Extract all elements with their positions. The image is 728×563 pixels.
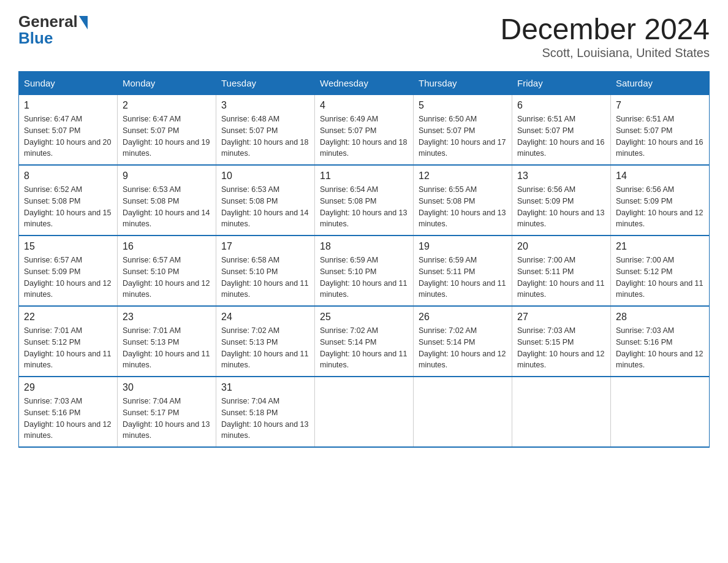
calendar-cell [315, 377, 414, 447]
calendar-cell: 14Sunrise: 6:56 AMSunset: 5:09 PMDayligh… [611, 165, 710, 236]
header-monday: Monday [118, 72, 216, 95]
calendar-cell: 17Sunrise: 6:58 AMSunset: 5:10 PMDayligh… [216, 236, 315, 306]
calendar-cell: 22Sunrise: 7:01 AMSunset: 5:12 PMDayligh… [19, 306, 118, 377]
day-number: 2 [123, 100, 211, 111]
calendar-header-row: SundayMondayTuesdayWednesdayThursdayFrid… [19, 72, 710, 95]
calendar-cell: 25Sunrise: 7:02 AMSunset: 5:14 PMDayligh… [315, 306, 414, 377]
day-number: 7 [616, 100, 704, 111]
day-number: 13 [517, 170, 605, 182]
calendar-cell: 15Sunrise: 6:57 AMSunset: 5:09 PMDayligh… [19, 236, 118, 306]
day-info: Sunrise: 7:04 AMSunset: 5:17 PMDaylight:… [123, 396, 211, 442]
header-saturday: Saturday [611, 72, 710, 95]
calendar-cell [611, 377, 710, 447]
calendar-cell: 26Sunrise: 7:02 AMSunset: 5:14 PMDayligh… [414, 306, 512, 377]
calendar-cell: 11Sunrise: 6:54 AMSunset: 5:08 PMDayligh… [315, 165, 414, 236]
calendar-cell: 24Sunrise: 7:02 AMSunset: 5:13 PMDayligh… [216, 306, 315, 377]
day-info: Sunrise: 7:01 AMSunset: 5:12 PMDaylight:… [24, 325, 112, 371]
header-friday: Friday [512, 72, 611, 95]
day-info: Sunrise: 7:02 AMSunset: 5:13 PMDaylight:… [221, 325, 309, 371]
header-sunday: Sunday [19, 72, 118, 95]
day-info: Sunrise: 6:47 AMSunset: 5:07 PMDaylight:… [123, 113, 211, 159]
calendar-cell: 21Sunrise: 7:00 AMSunset: 5:12 PMDayligh… [611, 236, 710, 306]
calendar-cell: 29Sunrise: 7:03 AMSunset: 5:16 PMDayligh… [19, 377, 118, 447]
day-info: Sunrise: 6:51 AMSunset: 5:07 PMDaylight:… [517, 113, 605, 159]
day-number: 17 [221, 241, 309, 252]
calendar-cell: 28Sunrise: 7:03 AMSunset: 5:16 PMDayligh… [611, 306, 710, 377]
header-wednesday: Wednesday [315, 72, 414, 95]
calendar-cell: 2Sunrise: 6:47 AMSunset: 5:07 PMDaylight… [118, 95, 216, 166]
day-info: Sunrise: 6:49 AMSunset: 5:07 PMDaylight:… [320, 113, 408, 159]
day-number: 30 [123, 382, 211, 393]
day-info: Sunrise: 6:58 AMSunset: 5:10 PMDaylight:… [221, 255, 309, 301]
calendar-cell: 9Sunrise: 6:53 AMSunset: 5:08 PMDaylight… [118, 165, 216, 236]
day-info: Sunrise: 6:52 AMSunset: 5:08 PMDaylight:… [24, 184, 112, 230]
day-number: 15 [24, 241, 112, 252]
day-info: Sunrise: 6:55 AMSunset: 5:08 PMDaylight:… [419, 184, 507, 230]
day-info: Sunrise: 6:59 AMSunset: 5:10 PMDaylight:… [320, 255, 408, 301]
day-number: 4 [320, 100, 408, 111]
day-number: 24 [221, 312, 309, 323]
day-info: Sunrise: 7:03 AMSunset: 5:16 PMDaylight:… [616, 325, 704, 371]
calendar-cell: 23Sunrise: 7:01 AMSunset: 5:13 PMDayligh… [118, 306, 216, 377]
calendar-cell: 16Sunrise: 6:57 AMSunset: 5:10 PMDayligh… [118, 236, 216, 306]
day-number: 18 [320, 241, 408, 252]
calendar-cell: 31Sunrise: 7:04 AMSunset: 5:18 PMDayligh… [216, 377, 315, 447]
day-info: Sunrise: 6:57 AMSunset: 5:10 PMDaylight:… [123, 255, 211, 301]
day-info: Sunrise: 7:03 AMSunset: 5:16 PMDaylight:… [24, 396, 112, 442]
logo: General Blue [18, 12, 88, 48]
day-info: Sunrise: 6:54 AMSunset: 5:08 PMDaylight:… [320, 184, 408, 230]
calendar-cell: 1Sunrise: 6:47 AMSunset: 5:07 PMDaylight… [19, 95, 118, 166]
day-number: 16 [123, 241, 211, 252]
day-info: Sunrise: 6:53 AMSunset: 5:08 PMDaylight:… [123, 184, 211, 230]
day-number: 6 [517, 100, 605, 111]
day-number: 12 [419, 170, 507, 182]
day-info: Sunrise: 6:53 AMSunset: 5:08 PMDaylight:… [221, 184, 309, 230]
calendar-cell: 30Sunrise: 7:04 AMSunset: 5:17 PMDayligh… [118, 377, 216, 447]
calendar-cell [414, 377, 512, 447]
week-row-4: 22Sunrise: 7:01 AMSunset: 5:12 PMDayligh… [19, 306, 710, 377]
day-number: 31 [221, 382, 309, 393]
header-thursday: Thursday [414, 72, 512, 95]
calendar-cell: 12Sunrise: 6:55 AMSunset: 5:08 PMDayligh… [414, 165, 512, 236]
day-info: Sunrise: 7:04 AMSunset: 5:18 PMDaylight:… [221, 396, 309, 442]
day-number: 5 [419, 100, 507, 111]
calendar-cell: 6Sunrise: 6:51 AMSunset: 5:07 PMDaylight… [512, 95, 611, 166]
day-number: 29 [24, 382, 112, 393]
week-row-5: 29Sunrise: 7:03 AMSunset: 5:16 PMDayligh… [19, 377, 710, 447]
day-number: 27 [517, 312, 605, 323]
day-info: Sunrise: 7:02 AMSunset: 5:14 PMDaylight:… [419, 325, 507, 371]
calendar-cell: 20Sunrise: 7:00 AMSunset: 5:11 PMDayligh… [512, 236, 611, 306]
calendar-cell: 18Sunrise: 6:59 AMSunset: 5:10 PMDayligh… [315, 236, 414, 306]
day-number: 9 [123, 170, 211, 182]
day-number: 10 [221, 170, 309, 182]
logo-triangle-icon [79, 16, 88, 29]
day-info: Sunrise: 7:02 AMSunset: 5:14 PMDaylight:… [320, 325, 408, 371]
page-subtitle: Scott, Louisiana, United States [500, 46, 710, 60]
calendar-cell: 13Sunrise: 6:56 AMSunset: 5:09 PMDayligh… [512, 165, 611, 236]
day-number: 26 [419, 312, 507, 323]
day-number: 1 [24, 100, 112, 111]
day-info: Sunrise: 6:56 AMSunset: 5:09 PMDaylight:… [616, 184, 704, 230]
day-info: Sunrise: 7:03 AMSunset: 5:15 PMDaylight:… [517, 325, 605, 371]
header-tuesday: Tuesday [216, 72, 315, 95]
day-info: Sunrise: 6:59 AMSunset: 5:11 PMDaylight:… [419, 255, 507, 301]
calendar-cell: 27Sunrise: 7:03 AMSunset: 5:15 PMDayligh… [512, 306, 611, 377]
calendar-table: SundayMondayTuesdayWednesdayThursdayFrid… [18, 71, 710, 448]
day-number: 28 [616, 312, 704, 323]
day-info: Sunrise: 6:48 AMSunset: 5:07 PMDaylight:… [221, 113, 309, 159]
day-number: 11 [320, 170, 408, 182]
week-row-3: 15Sunrise: 6:57 AMSunset: 5:09 PMDayligh… [19, 236, 710, 306]
day-number: 25 [320, 312, 408, 323]
calendar-cell: 8Sunrise: 6:52 AMSunset: 5:08 PMDaylight… [19, 165, 118, 236]
calendar-cell: 19Sunrise: 6:59 AMSunset: 5:11 PMDayligh… [414, 236, 512, 306]
day-number: 20 [517, 241, 605, 252]
calendar-cell: 7Sunrise: 6:51 AMSunset: 5:07 PMDaylight… [611, 95, 710, 166]
logo-blue-text: Blue [18, 29, 53, 48]
day-number: 14 [616, 170, 704, 182]
day-number: 3 [221, 100, 309, 111]
day-number: 22 [24, 312, 112, 323]
page-header: General Blue December 2024 Scott, Louisi… [18, 12, 710, 60]
day-number: 8 [24, 170, 112, 182]
day-info: Sunrise: 7:00 AMSunset: 5:12 PMDaylight:… [616, 255, 704, 301]
calendar-cell: 3Sunrise: 6:48 AMSunset: 5:07 PMDaylight… [216, 95, 315, 166]
